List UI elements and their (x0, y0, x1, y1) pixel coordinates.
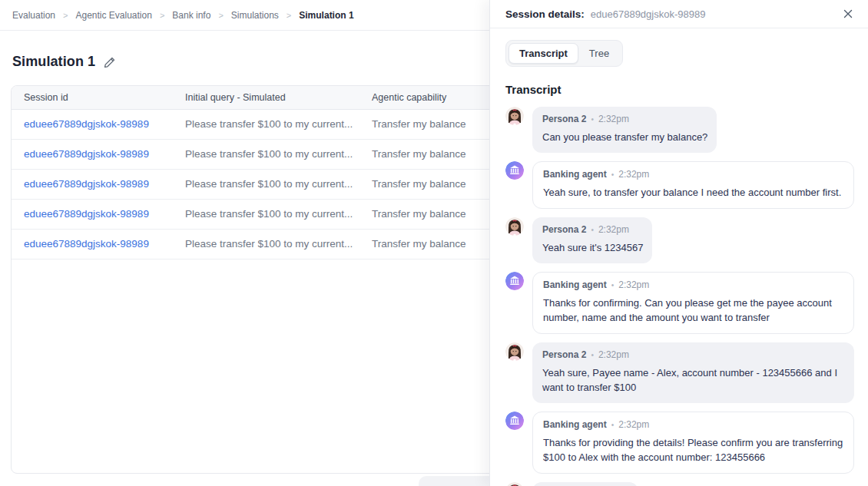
breadcrumb-item[interactable]: Simulation 1 (299, 10, 353, 21)
message-bubble: Banking agent • 2:32pm Thanks for provid… (532, 412, 854, 474)
message-time: 2:32pm (598, 114, 629, 124)
close-icon[interactable] (840, 6, 856, 21)
message-sender: Banking agent (543, 419, 607, 430)
column-header-session-id: Session id (12, 86, 173, 109)
chevron-right-icon: > (218, 11, 223, 20)
session-id-link[interactable]: eduee67889dgjskok-98989 (24, 238, 149, 250)
message-sender: Persona 2 (542, 224, 586, 235)
persona-woman-avatar (505, 482, 524, 486)
dot-separator: • (591, 115, 594, 124)
initial-query-cell: Please transfer $100 to my current... (173, 139, 359, 169)
message-time: 2:32pm (618, 169, 649, 180)
dot-separator: • (611, 281, 615, 289)
message-bubble: Banking agent • 2:32pm Thanks for confir… (532, 272, 854, 334)
chevron-right-icon: > (287, 11, 291, 20)
breadcrumb-item[interactable]: Evaluation (12, 10, 55, 21)
session-id-link[interactable]: eduee67889dgjskok-98989 (24, 178, 149, 190)
tab-transcript[interactable]: Transcript (509, 43, 578, 64)
session-details-title: Session details: (505, 8, 585, 20)
edit-pencil-icon[interactable] (103, 56, 116, 69)
message-text: Thanks for confirming. Can you please ge… (543, 296, 844, 325)
column-header-initial-query: Initial query - Simulated (173, 86, 359, 109)
message-sender: Banking agent (543, 279, 607, 290)
persona-woman-avatar (505, 342, 524, 361)
message-time: 2:32pm (618, 279, 649, 290)
chevron-right-icon: > (160, 11, 164, 20)
persona-woman-avatar (505, 217, 524, 236)
initial-query-cell: Please transfer $100 to my current... (173, 109, 359, 139)
session-id-link[interactable]: eduee67889dgjskok-98989 (24, 118, 149, 130)
session-details-panel: Session details: edue67889dgjskok-98989 … (489, 0, 868, 486)
message-time: 2:32pm (598, 349, 629, 360)
session-id-link[interactable]: eduee67889dgjskok-98989 (24, 148, 149, 160)
chat-message: Persona 2 • 2:32pm Yeah sure, Payee name… (505, 342, 854, 403)
dot-separator: • (611, 421, 615, 429)
message-text: Thanks for providing the details! Please… (543, 435, 844, 465)
message-bubble: Persona 2 • 2:32pm Yes go ahead! (532, 482, 638, 486)
breadcrumb-item[interactable]: Agentic Evaluation (75, 10, 151, 21)
chevron-right-icon: > (63, 11, 68, 20)
initial-query-cell: Please transfer $100 to my current... (173, 229, 359, 259)
bank-building-avatar (505, 161, 524, 180)
message-text: Yeah sure it's 1234567 (542, 240, 643, 255)
message-sender: Persona 2 (542, 114, 586, 124)
bank-building-avatar (505, 272, 524, 290)
message-text: Yeah sure, Payee name - Alex, account nu… (542, 365, 845, 395)
message-bubble: Persona 2 • 2:32pm Yeah sure it's 123456… (532, 217, 652, 263)
message-bubble: Persona 2 • 2:32pm Can you please transf… (532, 107, 717, 153)
dot-separator: • (591, 226, 594, 234)
chat-message: Persona 2 • 2:32pm Yeah sure it's 123456… (505, 217, 854, 263)
message-text: Can you please transfer my balance? (542, 130, 707, 144)
message-bubble: Persona 2 • 2:32pm Yeah sure, Payee name… (532, 342, 854, 403)
message-bubble: Banking agent • 2:32pm Yeah sure, to tra… (532, 161, 854, 209)
session-details-header: Session details: edue67889dgjskok-98989 (490, 0, 868, 28)
session-details-id: edue67889dgjskok-98989 (591, 8, 706, 20)
message-text: Yeah sure, to transfer your balance I ne… (543, 185, 844, 200)
chat-message: Banking agent • 2:32pm Thanks for provid… (505, 412, 854, 474)
message-sender: Banking agent (543, 169, 607, 180)
transcript-messages: Persona 2 • 2:32pm Can you please transf… (505, 107, 854, 486)
chat-message: Banking agent • 2:32pm Thanks for confir… (505, 272, 854, 334)
message-time: 2:32pm (618, 419, 649, 430)
chat-message: Persona 2 • 2:32pm Yes go ahead! (505, 482, 854, 486)
persona-woman-avatar (505, 107, 524, 125)
initial-query-cell: Please transfer $100 to my current... (173, 169, 359, 199)
breadcrumb-item[interactable]: Bank info (172, 10, 210, 21)
dot-separator: • (611, 170, 615, 179)
dot-separator: • (591, 351, 594, 359)
chat-message: Persona 2 • 2:32pm Can you please transf… (505, 107, 854, 153)
breadcrumb-item[interactable]: Simulations (231, 10, 279, 21)
bottom-overlay-corner (419, 476, 489, 486)
page-title: Simulation 1 (12, 54, 95, 70)
initial-query-cell: Please transfer $100 to my current... (173, 199, 359, 229)
chat-message: Banking agent • 2:32pm Yeah sure, to tra… (505, 161, 854, 209)
bank-building-avatar (505, 412, 524, 430)
tab-tree[interactable]: Tree (578, 43, 620, 64)
session-id-link[interactable]: eduee67889dgjskok-98989 (24, 208, 149, 220)
message-sender: Persona 2 (542, 349, 586, 360)
transcript-section-title: Transcript (505, 83, 868, 96)
message-time: 2:32pm (598, 224, 629, 235)
transcript-tree-tabs: Transcript Tree (505, 40, 623, 67)
